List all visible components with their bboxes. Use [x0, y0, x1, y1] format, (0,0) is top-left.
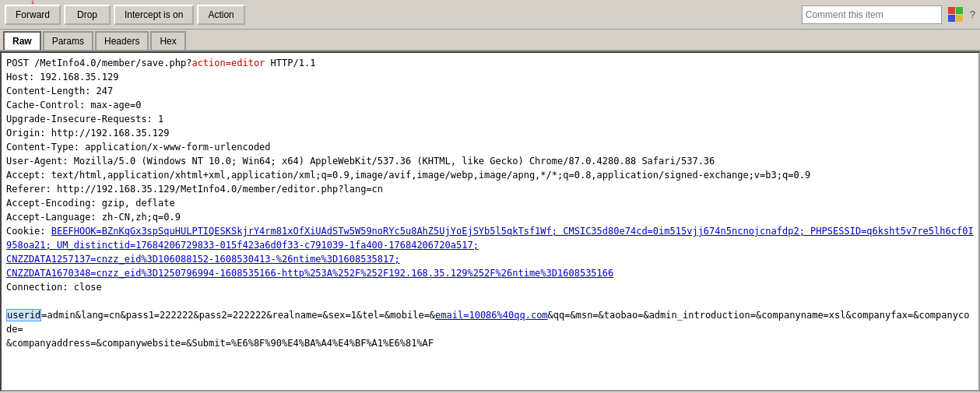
request-body: userid=admin&lang=cn&pass1=222222&pass2=… [6, 308, 974, 350]
action-param: action=editor [191, 58, 265, 68]
request-line-6: Origin: http://192.168.35.129 [6, 126, 974, 140]
request-line-5: Upgrade-Insecure-Requests: 1 [6, 112, 974, 126]
tab-bar: Raw Params Headers Hex [0, 30, 980, 51]
red-arrow-indicator: ↓ [30, 0, 36, 6]
grid-cell-red [948, 7, 955, 14]
request-line-9: Accept: text/html,application/xhtml+xml,… [6, 168, 974, 182]
help-icon[interactable]: ? [970, 9, 975, 20]
grid-cell-yellow [956, 15, 963, 22]
grid-cell-blue [948, 15, 955, 22]
tab-hex[interactable]: Hex [150, 31, 185, 50]
request-line-13: Cookie: BEEFHOOK=BZnKqGx3spSquHULPTIQESK… [6, 224, 974, 280]
color-grid-icon[interactable] [948, 7, 964, 23]
tab-headers[interactable]: Headers [95, 31, 149, 50]
comment-input[interactable] [802, 5, 942, 24]
request-line-10: Referer: http://192.168.35.129/MetInfo4.… [6, 182, 974, 196]
grid-cell-green [956, 7, 963, 14]
request-line-11: Accept-Encoding: gzip, deflate [6, 196, 974, 210]
selected-userid: userid [6, 309, 41, 321]
request-line-3: Content-Length: 247 [6, 84, 974, 98]
request-line-2: Host: 192.168.35.129 [6, 70, 974, 84]
cookie-value: BEEFHOOK=BZnKqGx3spSquHULPTIQESKSkjrY4rm… [6, 226, 974, 279]
request-content[interactable]: POST /MetInfo4.0/member/save.php?action=… [0, 51, 980, 391]
email-link: email=10086%40qq.com [435, 310, 548, 321]
request-line-12: Accept-Language: zh-CN,zh;q=0.9 [6, 210, 974, 224]
forward-btn-container: ↓ Forward [5, 5, 61, 25]
intercept-button[interactable]: Intercept is on [114, 5, 194, 25]
drop-button[interactable]: Drop [64, 5, 111, 25]
toolbar: ↓ Forward Drop Intercept is on Action ? [0, 0, 980, 30]
forward-button[interactable]: Forward [5, 5, 61, 25]
request-line-blank [6, 294, 974, 308]
tab-params[interactable]: Params [43, 31, 93, 50]
tab-raw[interactable]: Raw [3, 31, 41, 50]
request-line-8: User-Agent: Mozilla/5.0 (Windows NT 10.0… [6, 154, 974, 168]
request-line-1: POST /MetInfo4.0/member/save.php?action=… [6, 56, 974, 70]
action-button[interactable]: Action [197, 5, 244, 25]
request-line-14: Connection: close [6, 280, 974, 294]
request-line-7: Content-Type: application/x-www-form-url… [6, 140, 974, 154]
request-line-4: Cache-Control: max-age=0 [6, 98, 974, 112]
